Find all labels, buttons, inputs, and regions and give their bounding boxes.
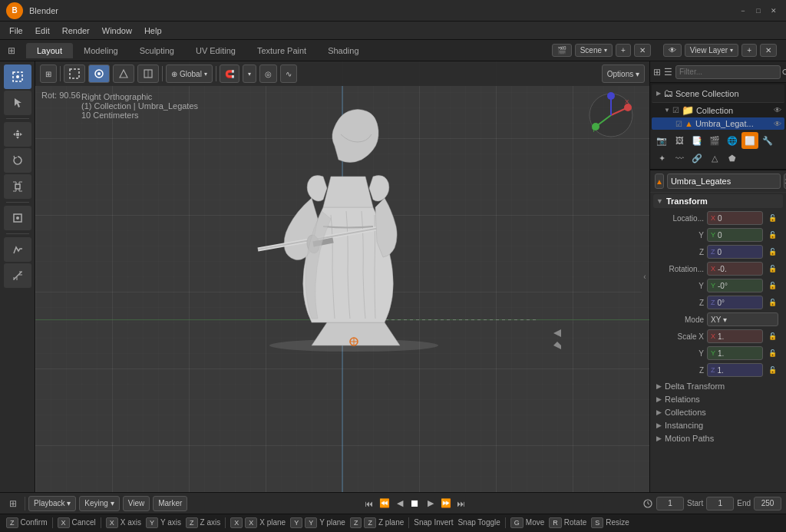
- scale-z-input[interactable]: Z 1.: [707, 363, 763, 377]
- location-x-lock[interactable]: 🔓: [766, 212, 778, 224]
- close-button[interactable]: ✕: [768, 5, 780, 17]
- menu-render[interactable]: Render: [56, 25, 96, 37]
- collection-vis-btn[interactable]: 👁: [774, 106, 781, 114]
- scene-options-btn[interactable]: ✕: [634, 44, 651, 57]
- playback-menu[interactable]: Playback ▾: [28, 496, 76, 511]
- minimize-button[interactable]: −: [737, 5, 749, 17]
- tool-scale[interactable]: [4, 174, 31, 199]
- prop-world-icon[interactable]: 🌐: [724, 132, 741, 149]
- location-y-input[interactable]: Y 0: [707, 228, 763, 242]
- prop-material-icon[interactable]: ⬟: [724, 150, 741, 167]
- play-forward-btn[interactable]: ▶: [424, 497, 438, 511]
- prop-modifier-icon[interactable]: 🔧: [759, 132, 776, 149]
- outliner-collection-item[interactable]: ▼ ☑ 📁 Collection 👁: [652, 103, 784, 117]
- tool-transform[interactable]: [4, 206, 31, 230]
- menu-edit[interactable]: Edit: [29, 25, 56, 37]
- object-name-input[interactable]: [667, 173, 781, 189]
- maximize-button[interactable]: □: [752, 5, 765, 17]
- tab-sculpting[interactable]: Sculpting: [129, 43, 185, 58]
- location-x-input[interactable]: X 0: [707, 211, 763, 225]
- transform-section-header[interactable]: ▼ Transform: [653, 194, 783, 208]
- tool-rotate[interactable]: [4, 148, 31, 173]
- prop-physics-icon[interactable]: 〰: [671, 150, 688, 167]
- tab-texture-paint[interactable]: Texture Paint: [246, 43, 317, 58]
- scene-icon-btn[interactable]: 🎬: [552, 44, 572, 57]
- viewport-select-btn[interactable]: [88, 64, 110, 83]
- right-panel-collapse-handle[interactable]: ‹: [640, 262, 649, 292]
- rotation-x-lock[interactable]: 🔓: [766, 263, 778, 275]
- view-layer-icon[interactable]: 👁: [663, 44, 682, 57]
- viewport-select-icon[interactable]: [64, 64, 85, 83]
- menu-file[interactable]: File: [3, 25, 29, 37]
- prop-view-layer-icon[interactable]: 📑: [689, 132, 705, 149]
- outliner-filter-icon[interactable]: ☰: [664, 64, 672, 81]
- location-z-input[interactable]: Z 0: [707, 245, 763, 259]
- proportional-falloff-btn[interactable]: ∿: [280, 64, 297, 83]
- outliner-sync-icon[interactable]: ⟳: [782, 64, 786, 81]
- editor-type-icon[interactable]: ⊞: [3, 42, 20, 59]
- tool-move[interactable]: [4, 122, 31, 147]
- rotation-mode-select[interactable]: XY ▾: [707, 312, 778, 326]
- scene-add-btn[interactable]: +: [616, 44, 631, 57]
- viewport-gizmo[interactable]: X Y Z: [588, 92, 634, 138]
- play-back-btn[interactable]: ◀: [393, 497, 407, 511]
- rotation-z-input[interactable]: Z 0°: [707, 296, 763, 309]
- stop-btn[interactable]: ⏹: [408, 497, 422, 511]
- view-layer-selector[interactable]: View Layer ▾: [685, 44, 738, 57]
- collection-vis-checkbox[interactable]: ☑: [672, 106, 679, 114]
- scale-x-input[interactable]: X 1.: [707, 329, 763, 343]
- tab-modeling[interactable]: Modeling: [73, 43, 129, 58]
- scale-y-input[interactable]: Y 1.: [707, 346, 763, 360]
- marker-menu[interactable]: Marker: [153, 496, 187, 511]
- tool-measure[interactable]: [4, 263, 31, 288]
- location-z-lock[interactable]: 🔓: [766, 246, 778, 258]
- viewport-3d[interactable]: ⊞ ⊕ Global ▾ 🧲: [35, 61, 649, 492]
- prop-data-icon[interactable]: △: [706, 150, 723, 167]
- outliner-object-item[interactable]: ☑ ▲ Umbra_Legat... 👁: [652, 117, 784, 130]
- transform-global-btn[interactable]: ⊕ Global ▾: [166, 64, 213, 83]
- scale-z-lock[interactable]: 🔓: [766, 364, 778, 376]
- viewport-mode-btn3[interactable]: [137, 64, 159, 83]
- rotation-y-input[interactable]: Y -0°: [707, 279, 763, 292]
- tool-annotate[interactable]: [4, 237, 31, 262]
- prop-scene-icon[interactable]: 🎬: [706, 132, 723, 149]
- tool-select-box[interactable]: [4, 64, 31, 89]
- snap-btn[interactable]: 🧲: [220, 64, 239, 83]
- motion-paths-header[interactable]: ▶ Motion Paths: [653, 432, 783, 444]
- viewport-mode-btn2[interactable]: [113, 64, 134, 83]
- object-vis-btn[interactable]: 👁: [774, 120, 781, 128]
- menu-help[interactable]: Help: [138, 25, 168, 37]
- object-vis-checkbox[interactable]: ☑: [675, 120, 682, 128]
- tab-shading[interactable]: Shading: [317, 43, 369, 58]
- prop-object-icon[interactable]: ⬜: [741, 132, 758, 149]
- delta-transform-header[interactable]: ▶ Delta Transform: [653, 380, 783, 392]
- timeline-menu-icon[interactable]: ⊞: [5, 495, 21, 512]
- scene-selector[interactable]: Scene ▾: [575, 44, 613, 57]
- collections-header[interactable]: ▶ Collections: [653, 406, 783, 418]
- prop-output-icon[interactable]: 🖼: [671, 132, 688, 149]
- outliner-search-input[interactable]: [675, 65, 781, 79]
- tab-uv-editing[interactable]: UV Editing: [185, 43, 246, 58]
- rotation-z-lock[interactable]: 🔓: [766, 296, 778, 309]
- prop-particles-icon[interactable]: ✦: [653, 150, 670, 167]
- scale-y-lock[interactable]: 🔓: [766, 347, 778, 359]
- jump-to-end-btn[interactable]: ⏭: [454, 497, 468, 511]
- proportional-edit-btn[interactable]: ◎: [259, 64, 277, 83]
- rotation-y-lock[interactable]: 🔓: [766, 279, 778, 292]
- outliner-scene-collection[interactable]: ▶ 🗂 Scene Collection: [652, 84, 784, 103]
- rotation-x-input[interactable]: X -0.: [707, 262, 763, 276]
- tool-cursor[interactable]: [4, 91, 31, 115]
- end-frame-input[interactable]: [754, 497, 781, 511]
- view-menu[interactable]: View: [123, 496, 150, 511]
- step-forward-btn[interactable]: ⏩: [439, 497, 453, 511]
- view-layer-add-btn[interactable]: +: [741, 44, 757, 57]
- instancing-header[interactable]: ▶ Instancing: [653, 419, 783, 431]
- view-layer-options-btn[interactable]: ✕: [760, 44, 777, 57]
- menu-window[interactable]: Window: [96, 25, 138, 37]
- step-back-btn[interactable]: ⏪: [378, 497, 391, 511]
- current-frame-input[interactable]: [656, 497, 684, 511]
- relations-header[interactable]: ▶ Relations: [653, 393, 783, 405]
- prop-render-icon[interactable]: 📷: [653, 132, 670, 149]
- scale-x-lock[interactable]: 🔓: [766, 330, 778, 342]
- prop-constraints-icon[interactable]: 🔗: [689, 150, 705, 167]
